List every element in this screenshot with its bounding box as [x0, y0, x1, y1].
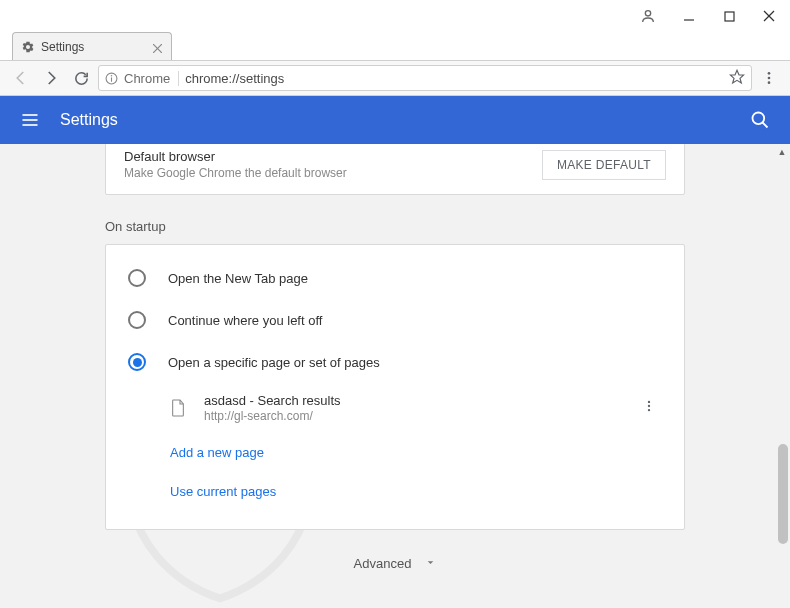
startup-card: Open the New Tab page Continue where you… — [105, 244, 685, 530]
site-info-icon[interactable] — [105, 72, 118, 85]
gear-icon — [21, 40, 35, 54]
default-browser-card: Default browser Make Google Chrome the d… — [105, 144, 685, 195]
settings-content: pcrisk.com Default browser Make Google C… — [0, 144, 790, 608]
on-startup-label: On startup — [105, 219, 685, 234]
svg-rect-2 — [725, 12, 734, 21]
svg-point-21 — [648, 405, 650, 407]
chevron-down-icon — [425, 556, 436, 571]
menu-icon[interactable] — [20, 110, 40, 130]
radio-icon — [128, 311, 146, 329]
window-titlebar — [0, 0, 790, 32]
startup-option-specific[interactable]: Open a specific page or set of pages — [106, 341, 684, 383]
svg-marker-10 — [730, 70, 743, 83]
page-title: Settings — [60, 111, 750, 129]
svg-point-8 — [111, 75, 113, 77]
svg-point-17 — [753, 113, 765, 125]
url-scheme-chip: Chrome — [124, 71, 179, 86]
radio-icon — [128, 269, 146, 287]
svg-point-0 — [645, 11, 650, 16]
radio-label: Continue where you left off — [168, 313, 322, 328]
svg-point-20 — [648, 401, 650, 403]
radio-label: Open a specific page or set of pages — [168, 355, 380, 370]
add-page-link[interactable]: Add a new page — [106, 433, 684, 472]
startup-option-continue[interactable]: Continue where you left off — [106, 299, 684, 341]
startup-option-newtab[interactable]: Open the New Tab page — [106, 257, 684, 299]
url-text: chrome://settings — [185, 71, 723, 86]
make-default-button[interactable]: MAKE DEFAULT — [542, 150, 666, 180]
profile-icon[interactable] — [640, 8, 656, 24]
address-bar[interactable]: Chrome chrome://settings — [98, 65, 752, 91]
startup-page-url: http://gl-search.com/ — [204, 409, 618, 423]
maximize-button[interactable] — [722, 9, 736, 23]
svg-line-18 — [763, 123, 768, 128]
use-current-pages-link[interactable]: Use current pages — [106, 472, 684, 511]
minimize-button[interactable] — [682, 9, 696, 23]
svg-point-12 — [768, 77, 771, 80]
radio-icon-selected — [128, 353, 146, 371]
default-browser-subtitle: Make Google Chrome the default browser — [124, 166, 347, 180]
back-button[interactable] — [8, 65, 34, 91]
browser-menu-button[interactable] — [756, 65, 782, 91]
browser-tab[interactable]: Settings — [12, 32, 172, 60]
default-browser-title: Default browser — [124, 149, 347, 164]
settings-header: Settings — [0, 96, 790, 144]
tab-strip: Settings — [0, 32, 790, 60]
startup-page-entry: asdasd - Search results http://gl-search… — [106, 383, 684, 433]
advanced-toggle[interactable]: Advanced — [0, 556, 790, 571]
toolbar: Chrome chrome://settings — [0, 60, 790, 96]
svg-point-22 — [648, 409, 650, 411]
startup-page-title: asdasd - Search results — [204, 393, 618, 408]
svg-point-11 — [768, 72, 771, 75]
svg-rect-9 — [111, 77, 112, 81]
bookmark-star-icon[interactable] — [729, 69, 745, 88]
forward-button[interactable] — [38, 65, 64, 91]
tab-title: Settings — [41, 40, 153, 54]
search-icon[interactable] — [750, 110, 770, 130]
radio-label: Open the New Tab page — [168, 271, 308, 286]
svg-point-13 — [768, 81, 771, 84]
close-window-button[interactable] — [762, 9, 776, 23]
page-more-button[interactable] — [636, 398, 662, 418]
page-icon — [170, 398, 186, 418]
close-tab-icon[interactable] — [153, 42, 163, 52]
reload-button[interactable] — [68, 65, 94, 91]
advanced-label: Advanced — [354, 556, 412, 571]
